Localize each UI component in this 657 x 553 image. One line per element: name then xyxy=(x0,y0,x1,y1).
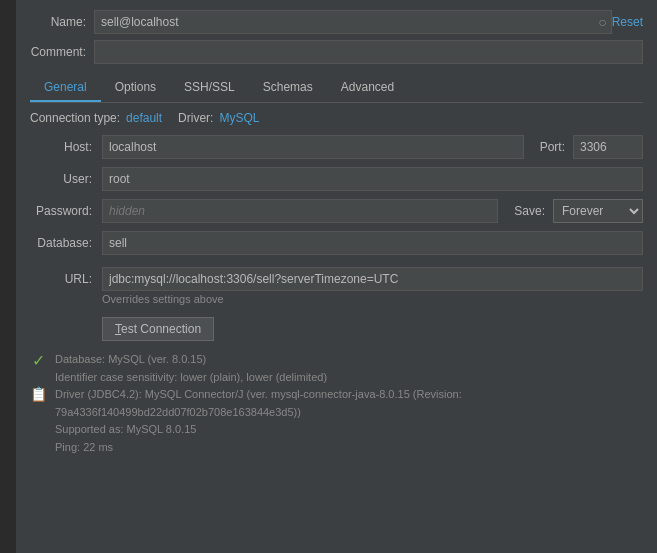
status-icons: ✓ 📋 xyxy=(30,351,47,457)
port-label: Port: xyxy=(540,140,565,154)
host-input[interactable] xyxy=(102,135,524,159)
name-clear-button[interactable]: ○ xyxy=(594,15,610,29)
status-text: Database: MySQL (ver. 8.0.15) Identifier… xyxy=(55,351,643,457)
status-line-3: Driver (JDBC4.2): MySQL Connector/J (ver… xyxy=(55,386,643,421)
tab-ssh-ssl[interactable]: SSH/SSL xyxy=(170,74,249,102)
tab-schemas[interactable]: Schemas xyxy=(249,74,327,102)
host-label: Host: xyxy=(30,140,102,154)
comment-label: Comment: xyxy=(24,45,94,59)
tabs: General Options SSH/SSL Schemas Advanced xyxy=(30,74,643,103)
save-label: Save: xyxy=(514,204,545,218)
url-hint: Overrides settings above xyxy=(102,293,643,305)
save-select[interactable]: Forever Session Never xyxy=(553,199,643,223)
url-label: URL: xyxy=(30,272,102,286)
driver-value[interactable]: MySQL xyxy=(219,111,259,125)
name-input[interactable] xyxy=(95,11,594,33)
tab-options[interactable]: Options xyxy=(101,74,170,102)
url-input[interactable] xyxy=(102,267,643,291)
check-icon: ✓ xyxy=(32,353,45,369)
port-input[interactable] xyxy=(573,135,643,159)
connection-type-value[interactable]: default xyxy=(126,111,162,125)
user-input[interactable] xyxy=(102,167,643,191)
copy-icon[interactable]: 📋 xyxy=(30,387,47,401)
status-line-4: Supported as: MySQL 8.0.15 xyxy=(55,421,643,439)
database-input[interactable] xyxy=(102,231,643,255)
name-label: Name: xyxy=(24,15,94,29)
password-label: Password: xyxy=(30,204,102,218)
password-input[interactable] xyxy=(102,199,498,223)
name-input-wrap: ○ xyxy=(94,10,612,34)
reset-button[interactable]: Reset xyxy=(612,15,643,29)
comment-input[interactable] xyxy=(94,40,643,64)
status-line-1: Database: MySQL (ver. 8.0.15) xyxy=(55,351,643,369)
tab-advanced[interactable]: Advanced xyxy=(327,74,408,102)
test-btn-label: Test Connection xyxy=(115,322,201,336)
status-line-2: Identifier case sensitivity: lower (plai… xyxy=(55,369,643,387)
status-section: ✓ 📋 Database: MySQL (ver. 8.0.15) Identi… xyxy=(16,341,657,457)
test-connection-button[interactable]: Test Connection xyxy=(102,317,214,341)
driver-label: Driver: xyxy=(178,111,213,125)
connection-type-label: Connection type: xyxy=(30,111,120,125)
database-label: Database: xyxy=(30,236,102,250)
left-sidebar xyxy=(0,0,16,553)
tab-general[interactable]: General xyxy=(30,74,101,102)
user-label: User: xyxy=(30,172,102,186)
status-line-5: Ping: 22 ms xyxy=(55,439,643,457)
